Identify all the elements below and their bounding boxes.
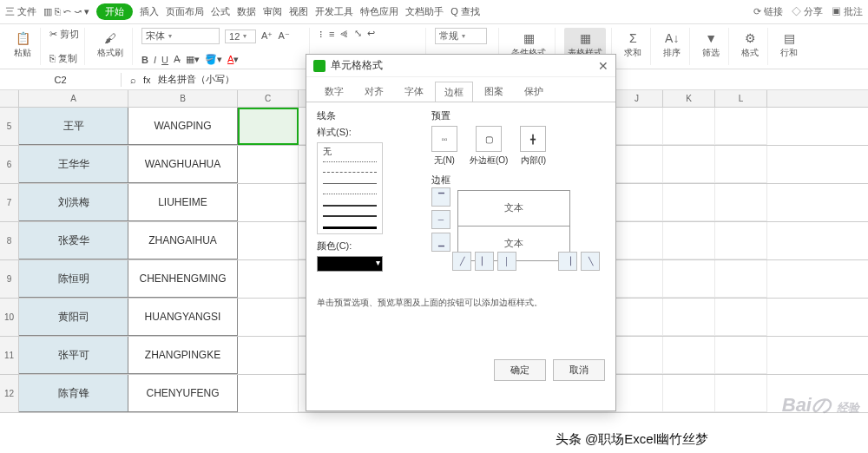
cell[interactable] [611, 184, 663, 221]
border-diag2-btn[interactable]: ╲ [581, 252, 600, 271]
italic-icon[interactable]: I [154, 55, 156, 65]
sort-button[interactable]: A↓排序 [660, 28, 684, 61]
filter-button[interactable]: ▼筛选 [699, 28, 723, 61]
sum-button[interactable]: Σ求和 [621, 28, 645, 61]
tab-data[interactable]: 数据 [237, 5, 256, 18]
cell[interactable] [663, 184, 715, 221]
file-menu[interactable]: 三 文件 [5, 5, 36, 18]
cell[interactable] [238, 337, 299, 374]
tab-dochelper[interactable]: 文档助手 [405, 5, 444, 18]
col-header[interactable]: L [715, 90, 767, 107]
number-format[interactable]: 常规 [435, 28, 487, 44]
cell[interactable] [663, 222, 715, 259]
close-icon[interactable]: ✕ [598, 59, 608, 73]
font-color-icon[interactable]: A▾ [227, 54, 239, 65]
tab-layout[interactable]: 页面布局 [166, 5, 204, 18]
cell[interactable]: 张爱华 [19, 222, 128, 259]
share-btn[interactable]: ◇ 分享 [792, 5, 823, 18]
border-diag1-btn[interactable]: ╱ [452, 252, 471, 271]
border-left-btn[interactable]: ▏ [475, 252, 494, 271]
border-mid-btn[interactable]: ─ [431, 210, 450, 229]
cell[interactable]: 陈恒明 [19, 260, 128, 298]
cell[interactable] [611, 375, 663, 412]
cell[interactable] [238, 108, 299, 145]
cell[interactable] [663, 108, 715, 145]
cell[interactable]: 黄阳司 [19, 299, 128, 336]
cell[interactable] [611, 222, 663, 259]
cell[interactable]: 陈育锋 [19, 375, 128, 412]
font-select[interactable]: 宋体 [141, 28, 220, 44]
fill-icon[interactable]: 🪣▾ [205, 54, 222, 65]
preset-none[interactable]: ▫▫无(N) [431, 126, 457, 167]
cell[interactable]: 王平 [19, 108, 128, 145]
border-right-btn[interactable]: ▕ [558, 252, 577, 271]
cell[interactable] [238, 222, 299, 259]
row-header[interactable]: 10 [0, 299, 19, 336]
cell[interactable] [238, 375, 299, 412]
tab-home[interactable]: 开始 [96, 3, 133, 20]
cell[interactable] [663, 260, 715, 298]
tab-review[interactable]: 审阅 [263, 5, 282, 18]
preset-inner[interactable]: ╋内部(I) [520, 126, 546, 167]
cell[interactable] [663, 337, 715, 374]
row-header[interactable]: 5 [0, 108, 19, 145]
name-box[interactable]: C2 [0, 73, 122, 87]
row-header[interactable]: 11 [0, 337, 19, 374]
cell[interactable]: HUANGYANGSI [128, 299, 238, 336]
cell[interactable]: 张平可 [19, 337, 128, 374]
cell[interactable]: WANGPING [128, 108, 238, 145]
dialog-tab[interactable]: 数字 [315, 81, 353, 102]
wrap-icon[interactable]: ↩ [367, 28, 375, 39]
col-header[interactable]: K [663, 90, 715, 107]
cell[interactable] [715, 222, 767, 259]
cell[interactable] [238, 299, 299, 336]
strike-icon[interactable]: A̶ [174, 54, 181, 65]
ok-button[interactable]: 确定 [494, 359, 546, 381]
rowcol-button[interactable]: ▤行和 [777, 28, 801, 61]
cell[interactable] [715, 146, 767, 183]
tab-view[interactable]: 视图 [289, 5, 308, 18]
cell[interactable] [611, 337, 663, 374]
border-top-btn[interactable]: ▔ [431, 187, 450, 207]
comment-btn[interactable]: ▣ 批注 [832, 5, 863, 18]
col-header[interactable]: A [19, 90, 128, 107]
row-header[interactable]: 8 [0, 222, 19, 259]
cell[interactable]: ZHANGPINGKE [128, 337, 238, 374]
cell[interactable]: 刘洪梅 [19, 184, 128, 221]
cell[interactable] [611, 299, 663, 336]
color-select[interactable] [317, 256, 383, 272]
row-header[interactable]: 6 [0, 146, 19, 183]
fx-icon[interactable]: ⌕ [130, 75, 136, 85]
orient-icon[interactable]: ⤡ [354, 28, 362, 39]
preset-outer[interactable]: ▢外边框(O) [470, 126, 508, 167]
cell[interactable] [715, 299, 767, 336]
cell[interactable] [663, 375, 715, 412]
cell[interactable] [611, 146, 663, 183]
select-all[interactable] [0, 90, 19, 107]
cell[interactable]: CHENYUFENG [128, 375, 238, 412]
align-top-icon[interactable]: ⫶ [319, 29, 324, 39]
col-header[interactable]: C [238, 90, 299, 107]
align-bot-icon[interactable]: ⫷ [339, 29, 349, 39]
format-painter[interactable]: 🖌格式刷 [94, 28, 127, 61]
border-icon[interactable]: ▦▾ [186, 54, 200, 65]
paste-button[interactable]: 📋粘贴 [10, 28, 35, 61]
cell[interactable] [663, 299, 715, 336]
tab-dev[interactable]: 开发工具 [315, 5, 353, 18]
align-mid-icon[interactable]: ≡ [329, 29, 334, 39]
cell[interactable] [715, 375, 767, 412]
dialog-tab[interactable]: 对齐 [355, 81, 393, 102]
inc-font-icon[interactable]: A⁺ [261, 30, 273, 42]
tab-special[interactable]: 特色应用 [360, 5, 398, 18]
row-header[interactable]: 9 [0, 260, 19, 298]
cell[interactable]: LIUHEIME [128, 184, 238, 221]
cell[interactable] [238, 184, 299, 221]
dialog-tab[interactable]: 字体 [395, 81, 433, 102]
bold-icon[interactable]: B [141, 55, 148, 65]
cell[interactable] [238, 146, 299, 183]
row-header[interactable]: 12 [0, 375, 19, 412]
cell[interactable] [715, 108, 767, 145]
col-header[interactable]: B [128, 90, 238, 107]
cell[interactable] [611, 108, 663, 145]
cell[interactable]: CHENHENGMING [128, 260, 238, 298]
